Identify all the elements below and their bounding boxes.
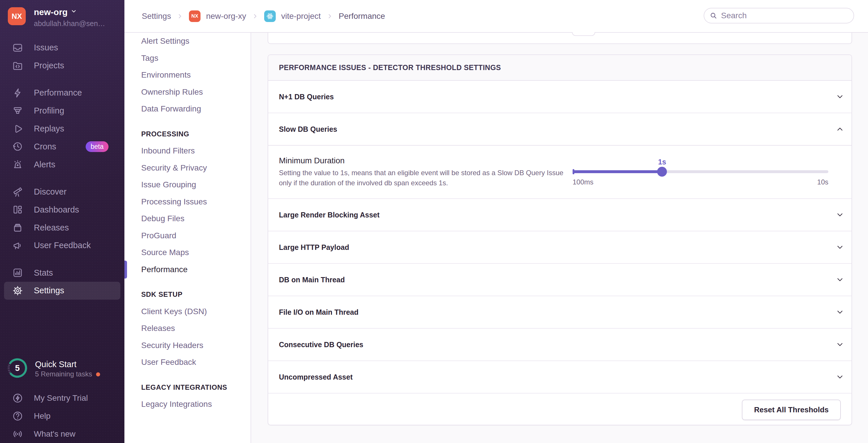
subnav-item-performance[interactable]: Performance: [141, 261, 251, 278]
subnav-item-data-forwarding[interactable]: Data Forwarding: [141, 100, 251, 118]
accordion-row-slow-db-queries[interactable]: Slow DB Queries: [268, 113, 851, 146]
panel-footer: Reset All Thresholds: [268, 393, 851, 425]
chevron-up-icon: [836, 125, 844, 134]
reset-all-thresholds-button[interactable]: Reset All Thresholds: [742, 400, 841, 420]
sidebar-item-label: My Sentry Trial: [34, 393, 88, 403]
subnav-heading-sdk-setup: SDK SETUP: [141, 286, 251, 303]
subnav-item-issue-grouping[interactable]: Issue Grouping: [141, 176, 251, 194]
subnav-item-client-keys[interactable]: Client Keys (DSN): [141, 303, 251, 320]
subnav-item-releases[interactable]: Releases: [141, 320, 251, 337]
detector-threshold-panel: PERFORMANCE ISSUES - DETECTOR THRESHOLD …: [268, 54, 852, 425]
progress-ring: 5: [7, 357, 28, 379]
archive-icon: [12, 222, 23, 233]
sidebar-nav: Issues Projects Performance Profiling Re…: [0, 39, 124, 300]
org-switcher[interactable]: NX new-org abdullah.khan@sen…: [8, 7, 121, 27]
issues-icon: [12, 42, 23, 53]
subnav-item-debug-files[interactable]: Debug Files: [141, 210, 251, 227]
accordion-row-n-plus-one-db-queries[interactable]: N+1 DB Queries: [268, 81, 851, 113]
breadcrumb-org[interactable]: new-org-xy: [206, 11, 246, 21]
dashboards-icon: [12, 204, 23, 215]
bar-chart-icon: [12, 267, 23, 278]
sidebar-item-label: What's new: [34, 430, 75, 439]
subnav-item-security-headers[interactable]: Security Headers: [141, 337, 251, 354]
quick-start[interactable]: 5 Quick Start 5 Remaining tasks: [7, 357, 120, 380]
top-header: Settings NX new-org-xy vite-project Perf…: [124, 0, 868, 33]
subnav-heading-legacy: LEGACY INTEGRATIONS: [141, 379, 251, 396]
subnav-item-tags[interactable]: Tags: [141, 50, 251, 67]
react-project-icon: [264, 10, 276, 22]
slow-db-queries-settings: Minimum Duration Setting the value to 1s…: [268, 146, 851, 199]
chevron-down-icon: [836, 373, 844, 381]
sidebar-item-discover[interactable]: Discover: [0, 183, 124, 201]
duration-slider: 1s 100ms 10s: [572, 146, 828, 198]
search-input[interactable]: [721, 11, 848, 20]
subnav-item-user-feedback[interactable]: User Feedback: [141, 354, 251, 371]
subnav-item-environments[interactable]: Environments: [141, 67, 251, 84]
subnav-item-ownership-rules[interactable]: Ownership Rules: [141, 84, 251, 101]
beta-badge: beta: [86, 141, 108, 152]
slider-fill: [572, 170, 662, 173]
sidebar-item-performance[interactable]: Performance: [0, 84, 124, 102]
sidebar-item-my-sentry-trial[interactable]: My Sentry Trial: [0, 389, 124, 407]
gear-icon: [12, 285, 23, 296]
sidebar-item-stats[interactable]: Stats: [0, 264, 124, 282]
sidebar-item-projects[interactable]: Projects: [0, 57, 124, 75]
sidebar-item-issues[interactable]: Issues: [0, 39, 124, 57]
sidebar-item-alerts[interactable]: Alerts: [0, 155, 124, 173]
accordion-row-uncompressed-asset[interactable]: Uncompressed Asset: [268, 361, 851, 393]
sidebar-item-user-feedback[interactable]: User Feedback: [0, 237, 124, 255]
sidebar-item-profiling[interactable]: Profiling: [0, 102, 124, 120]
chevron-down-icon: [836, 340, 844, 349]
org-email: abdullah.khan@sen…: [34, 20, 121, 28]
subnav-item-source-maps[interactable]: Source Maps: [141, 244, 251, 261]
play-icon: [12, 123, 23, 134]
accordion-row-large-render-blocking-asset[interactable]: Large Render Blocking Asset: [268, 199, 851, 231]
sidebar-item-label: Replays: [34, 124, 64, 134]
accordion-row-large-http-payload[interactable]: Large HTTP Payload: [268, 231, 851, 264]
sidebar-item-settings[interactable]: Settings: [4, 282, 120, 300]
scrolled-card-fragment: [268, 33, 852, 44]
breadcrumb-settings[interactable]: Settings: [142, 11, 171, 21]
subnav-item-security-privacy[interactable]: Security & Privacy: [141, 159, 251, 177]
subnav-item-inbound-filters[interactable]: Inbound Filters: [141, 143, 251, 159]
chevron-down-icon: [836, 275, 844, 284]
chevron-down-icon: [71, 8, 77, 14]
sidebar-item-label: User Feedback: [34, 241, 91, 250]
slider-max-label: 10s: [817, 178, 828, 186]
trial-lightning-icon: [12, 393, 23, 404]
sidebar-item-label: Settings: [34, 286, 64, 295]
accordion-row-file-io-on-main-thread[interactable]: File I/O on Main Thread: [268, 296, 851, 329]
lightning-icon: [12, 87, 23, 98]
breadcrumb-separator-icon: [177, 13, 183, 20]
sidebar-item-label: Projects: [34, 61, 64, 70]
megaphone-icon: [12, 240, 23, 251]
sidebar-item-releases[interactable]: Releases: [0, 218, 124, 237]
search-box[interactable]: [704, 8, 854, 24]
sidebar-item-label: Alerts: [34, 160, 55, 169]
sidebar-item-dashboards[interactable]: Dashboards: [0, 201, 124, 218]
subnav-item-processing-issues[interactable]: Processing Issues: [141, 194, 251, 210]
sidebar-item-crons[interactable]: Crons beta: [0, 138, 124, 155]
org-name: new-org: [34, 7, 77, 17]
help-icon: [12, 411, 23, 421]
accordion-row-consecutive-db-queries[interactable]: Consecutive DB Queries: [268, 329, 851, 361]
sidebar-item-label: Dashboards: [34, 205, 79, 214]
panel-title: PERFORMANCE ISSUES - DETECTOR THRESHOLD …: [268, 55, 851, 81]
quick-start-count: 5: [7, 357, 28, 379]
broadcast-icon: [12, 429, 23, 440]
sidebar-item-label: Releases: [34, 223, 69, 233]
sidebar-item-replays[interactable]: Replays: [0, 120, 124, 138]
sidebar-item-help[interactable]: Help: [0, 407, 124, 425]
breadcrumb-project[interactable]: vite-project: [281, 11, 321, 21]
subnav-item-alert-settings[interactable]: Alert Settings: [141, 33, 251, 50]
sidebar-item-label: Crons: [34, 142, 56, 151]
telescope-icon: [12, 186, 23, 197]
slider-thumb[interactable]: [657, 167, 667, 177]
subnav-item-legacy-integrations[interactable]: Legacy Integrations: [141, 396, 251, 413]
subnav-item-proguard[interactable]: ProGuard: [141, 227, 251, 244]
accordion-row-db-on-main-thread[interactable]: DB on Main Thread: [268, 264, 851, 296]
sidebar-item-label: Discover: [34, 187, 66, 197]
quick-start-title: Quick Start: [35, 360, 76, 369]
chevron-down-icon: [836, 210, 844, 219]
sidebar-item-whats-new[interactable]: What's new: [0, 425, 124, 443]
